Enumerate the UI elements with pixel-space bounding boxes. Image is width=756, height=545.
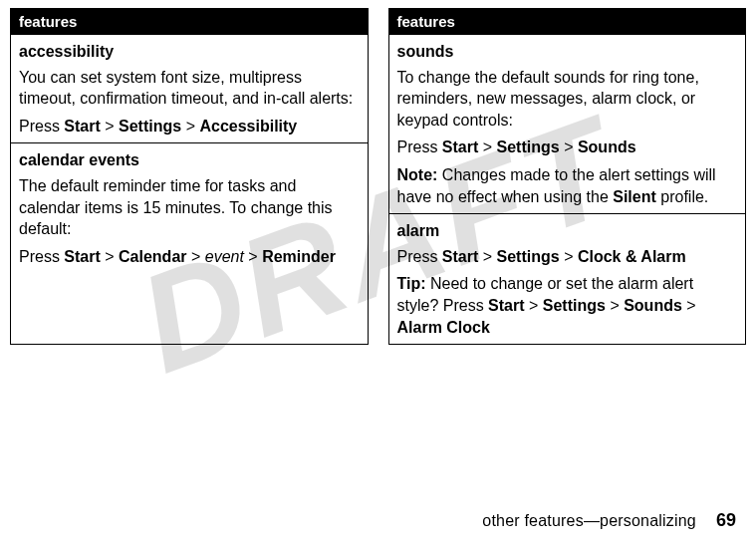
path-seg: Start xyxy=(442,248,478,265)
row-press: Press Start > Settings > Accessibility xyxy=(19,116,360,137)
path-sep: > xyxy=(105,118,114,135)
path-seg: Sounds xyxy=(578,138,636,155)
path-seg: Settings xyxy=(497,248,560,265)
path-seg-italic: event xyxy=(205,248,244,265)
tip-path-sep: > xyxy=(610,297,619,314)
footer-page-number: 69 xyxy=(716,510,736,531)
row-press: Press Start > Settings > Sounds xyxy=(397,136,738,158)
content-columns: features accessibility You can set syste… xyxy=(10,8,746,345)
footer-section: other features—personalizing xyxy=(482,512,696,530)
row-press: Press Start > Settings > Clock & Alarm xyxy=(397,246,738,268)
row-alarm: alarm Press Start > Settings > Clock & A… xyxy=(389,213,746,344)
note-lead: Note: xyxy=(397,166,438,183)
row-desc: The default reminder time for tasks and … xyxy=(19,175,360,240)
path-seg: Start xyxy=(64,248,100,265)
press-prefix: Press xyxy=(19,248,64,265)
right-header: features xyxy=(389,9,746,34)
row-press: Press Start > Calendar > event > Reminde… xyxy=(19,246,360,268)
row-desc: To change the default sounds for ring to… xyxy=(397,67,738,132)
path-seg: Settings xyxy=(119,118,181,135)
path-sep: > xyxy=(483,248,492,265)
path-seg: Start xyxy=(64,118,100,135)
path-sep: > xyxy=(564,248,573,265)
tip-path-seg: Settings xyxy=(543,297,606,314)
path-seg: Reminder xyxy=(262,248,336,265)
row-calendar-events: calendar events The default reminder tim… xyxy=(11,142,368,273)
row-tip: Tip: Need to change or set the alarm ale… xyxy=(397,273,738,338)
right-column: features sounds To change the default so… xyxy=(388,8,747,345)
row-title: accessibility xyxy=(19,41,360,63)
row-accessibility: accessibility You can set system font si… xyxy=(11,34,368,142)
path-seg: Calendar xyxy=(119,248,186,265)
path-seg: Accessibility xyxy=(199,118,297,135)
note-bold: Silent xyxy=(613,188,656,205)
row-note: Note: Changes made to the alert settings… xyxy=(397,164,738,207)
page-footer: other features—personalizing 69 xyxy=(482,510,736,531)
tip-path-sep: > xyxy=(686,297,695,314)
tip-lead: Tip: xyxy=(397,275,426,292)
tip-path-sep: > xyxy=(529,297,538,314)
left-column: features accessibility You can set syste… xyxy=(10,8,369,345)
row-title: calendar events xyxy=(19,149,360,171)
tip-path-seg: Alarm Clock xyxy=(397,319,490,336)
path-seg: Clock & Alarm xyxy=(578,248,686,265)
row-desc: You can set system font size, multipress… xyxy=(19,67,360,110)
tip-path-seg: Start xyxy=(488,297,524,314)
press-prefix: Press xyxy=(397,138,442,155)
path-seg: Settings xyxy=(497,138,560,155)
path-sep: > xyxy=(186,118,195,135)
row-title: alarm xyxy=(397,220,738,242)
path-sep: > xyxy=(105,248,114,265)
path-seg: Start xyxy=(442,138,478,155)
path-sep: > xyxy=(191,248,200,265)
press-prefix: Press xyxy=(397,248,442,265)
path-sep: > xyxy=(564,138,573,155)
note-text: profile. xyxy=(656,188,708,205)
press-prefix: Press xyxy=(19,118,64,135)
left-header: features xyxy=(11,9,368,34)
path-sep: > xyxy=(483,138,492,155)
row-title: sounds xyxy=(397,41,738,63)
tip-path-seg: Sounds xyxy=(624,297,682,314)
path-sep: > xyxy=(248,248,257,265)
row-sounds: sounds To change the default sounds for … xyxy=(389,34,746,213)
